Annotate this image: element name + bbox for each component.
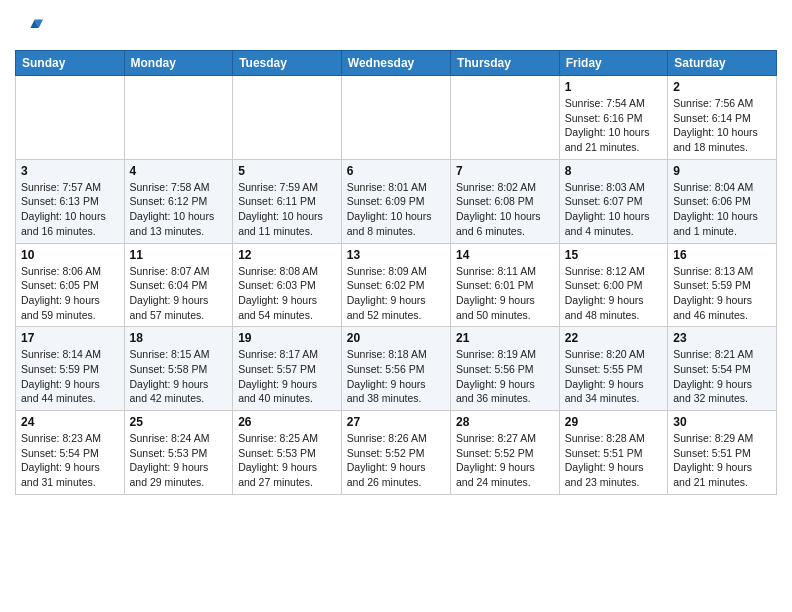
day-cell-9: 9Sunrise: 8:04 AM Sunset: 6:06 PM Daylig… [668,159,777,243]
day-number-19: 19 [238,331,336,345]
day-cell-25: 25Sunrise: 8:24 AM Sunset: 5:53 PM Dayli… [124,411,233,495]
day-number-2: 2 [673,80,771,94]
day-info-29: Sunrise: 8:28 AM Sunset: 5:51 PM Dayligh… [565,431,662,490]
day-number-24: 24 [21,415,119,429]
day-info-28: Sunrise: 8:27 AM Sunset: 5:52 PM Dayligh… [456,431,554,490]
day-number-18: 18 [130,331,228,345]
day-number-14: 14 [456,248,554,262]
day-cell-7: 7Sunrise: 8:02 AM Sunset: 6:08 PM Daylig… [450,159,559,243]
day-number-13: 13 [347,248,445,262]
calendar-week-1: 1Sunrise: 7:54 AM Sunset: 6:16 PM Daylig… [16,76,777,160]
day-cell-3: 3Sunrise: 7:57 AM Sunset: 6:13 PM Daylig… [16,159,125,243]
empty-cell [233,76,342,160]
empty-cell [124,76,233,160]
empty-cell [341,76,450,160]
day-cell-30: 30Sunrise: 8:29 AM Sunset: 5:51 PM Dayli… [668,411,777,495]
day-header-tuesday: Tuesday [233,51,342,76]
day-info-4: Sunrise: 7:58 AM Sunset: 6:12 PM Dayligh… [130,180,228,239]
logo-icon [15,14,43,42]
day-info-24: Sunrise: 8:23 AM Sunset: 5:54 PM Dayligh… [21,431,119,490]
day-info-8: Sunrise: 8:03 AM Sunset: 6:07 PM Dayligh… [565,180,662,239]
day-info-19: Sunrise: 8:17 AM Sunset: 5:57 PM Dayligh… [238,347,336,406]
day-cell-11: 11Sunrise: 8:07 AM Sunset: 6:04 PM Dayli… [124,243,233,327]
day-cell-21: 21Sunrise: 8:19 AM Sunset: 5:56 PM Dayli… [450,327,559,411]
day-cell-27: 27Sunrise: 8:26 AM Sunset: 5:52 PM Dayli… [341,411,450,495]
day-header-monday: Monday [124,51,233,76]
day-header-friday: Friday [559,51,667,76]
day-info-13: Sunrise: 8:09 AM Sunset: 6:02 PM Dayligh… [347,264,445,323]
day-info-10: Sunrise: 8:06 AM Sunset: 6:05 PM Dayligh… [21,264,119,323]
header [15,10,777,42]
day-number-27: 27 [347,415,445,429]
day-number-22: 22 [565,331,662,345]
day-number-28: 28 [456,415,554,429]
day-number-25: 25 [130,415,228,429]
day-cell-13: 13Sunrise: 8:09 AM Sunset: 6:02 PM Dayli… [341,243,450,327]
empty-cell [16,76,125,160]
day-info-15: Sunrise: 8:12 AM Sunset: 6:00 PM Dayligh… [565,264,662,323]
day-number-6: 6 [347,164,445,178]
day-cell-4: 4Sunrise: 7:58 AM Sunset: 6:12 PM Daylig… [124,159,233,243]
day-cell-8: 8Sunrise: 8:03 AM Sunset: 6:07 PM Daylig… [559,159,667,243]
day-header-saturday: Saturday [668,51,777,76]
day-info-26: Sunrise: 8:25 AM Sunset: 5:53 PM Dayligh… [238,431,336,490]
day-number-11: 11 [130,248,228,262]
day-cell-26: 26Sunrise: 8:25 AM Sunset: 5:53 PM Dayli… [233,411,342,495]
calendar-table: SundayMondayTuesdayWednesdayThursdayFrid… [15,50,777,495]
day-number-16: 16 [673,248,771,262]
day-info-1: Sunrise: 7:54 AM Sunset: 6:16 PM Dayligh… [565,96,662,155]
day-cell-15: 15Sunrise: 8:12 AM Sunset: 6:00 PM Dayli… [559,243,667,327]
day-info-21: Sunrise: 8:19 AM Sunset: 5:56 PM Dayligh… [456,347,554,406]
day-number-3: 3 [21,164,119,178]
day-info-3: Sunrise: 7:57 AM Sunset: 6:13 PM Dayligh… [21,180,119,239]
day-info-5: Sunrise: 7:59 AM Sunset: 6:11 PM Dayligh… [238,180,336,239]
calendar-week-2: 3Sunrise: 7:57 AM Sunset: 6:13 PM Daylig… [16,159,777,243]
header-row: SundayMondayTuesdayWednesdayThursdayFrid… [16,51,777,76]
day-info-6: Sunrise: 8:01 AM Sunset: 6:09 PM Dayligh… [347,180,445,239]
day-cell-14: 14Sunrise: 8:11 AM Sunset: 6:01 PM Dayli… [450,243,559,327]
day-cell-19: 19Sunrise: 8:17 AM Sunset: 5:57 PM Dayli… [233,327,342,411]
day-cell-28: 28Sunrise: 8:27 AM Sunset: 5:52 PM Dayli… [450,411,559,495]
calendar-week-5: 24Sunrise: 8:23 AM Sunset: 5:54 PM Dayli… [16,411,777,495]
day-cell-12: 12Sunrise: 8:08 AM Sunset: 6:03 PM Dayli… [233,243,342,327]
day-cell-10: 10Sunrise: 8:06 AM Sunset: 6:05 PM Dayli… [16,243,125,327]
day-info-18: Sunrise: 8:15 AM Sunset: 5:58 PM Dayligh… [130,347,228,406]
day-number-10: 10 [21,248,119,262]
day-number-4: 4 [130,164,228,178]
calendar-week-3: 10Sunrise: 8:06 AM Sunset: 6:05 PM Dayli… [16,243,777,327]
day-cell-17: 17Sunrise: 8:14 AM Sunset: 5:59 PM Dayli… [16,327,125,411]
logo [15,14,45,42]
day-number-26: 26 [238,415,336,429]
day-info-17: Sunrise: 8:14 AM Sunset: 5:59 PM Dayligh… [21,347,119,406]
day-cell-5: 5Sunrise: 7:59 AM Sunset: 6:11 PM Daylig… [233,159,342,243]
day-cell-29: 29Sunrise: 8:28 AM Sunset: 5:51 PM Dayli… [559,411,667,495]
day-number-12: 12 [238,248,336,262]
day-cell-23: 23Sunrise: 8:21 AM Sunset: 5:54 PM Dayli… [668,327,777,411]
day-cell-24: 24Sunrise: 8:23 AM Sunset: 5:54 PM Dayli… [16,411,125,495]
day-info-2: Sunrise: 7:56 AM Sunset: 6:14 PM Dayligh… [673,96,771,155]
day-number-8: 8 [565,164,662,178]
day-number-30: 30 [673,415,771,429]
day-number-9: 9 [673,164,771,178]
day-info-23: Sunrise: 8:21 AM Sunset: 5:54 PM Dayligh… [673,347,771,406]
day-number-20: 20 [347,331,445,345]
day-info-25: Sunrise: 8:24 AM Sunset: 5:53 PM Dayligh… [130,431,228,490]
day-cell-20: 20Sunrise: 8:18 AM Sunset: 5:56 PM Dayli… [341,327,450,411]
day-number-7: 7 [456,164,554,178]
day-info-22: Sunrise: 8:20 AM Sunset: 5:55 PM Dayligh… [565,347,662,406]
day-cell-22: 22Sunrise: 8:20 AM Sunset: 5:55 PM Dayli… [559,327,667,411]
day-number-23: 23 [673,331,771,345]
day-info-16: Sunrise: 8:13 AM Sunset: 5:59 PM Dayligh… [673,264,771,323]
page: SundayMondayTuesdayWednesdayThursdayFrid… [0,0,792,505]
day-info-30: Sunrise: 8:29 AM Sunset: 5:51 PM Dayligh… [673,431,771,490]
day-header-sunday: Sunday [16,51,125,76]
day-number-5: 5 [238,164,336,178]
empty-cell [450,76,559,160]
day-info-9: Sunrise: 8:04 AM Sunset: 6:06 PM Dayligh… [673,180,771,239]
day-number-29: 29 [565,415,662,429]
day-info-7: Sunrise: 8:02 AM Sunset: 6:08 PM Dayligh… [456,180,554,239]
calendar-header: SundayMondayTuesdayWednesdayThursdayFrid… [16,51,777,76]
day-info-27: Sunrise: 8:26 AM Sunset: 5:52 PM Dayligh… [347,431,445,490]
day-number-1: 1 [565,80,662,94]
day-info-20: Sunrise: 8:18 AM Sunset: 5:56 PM Dayligh… [347,347,445,406]
